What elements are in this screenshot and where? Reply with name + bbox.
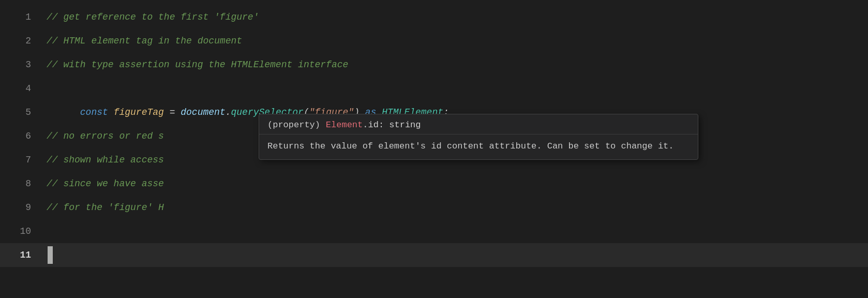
line-number-7: 7 <box>10 148 31 172</box>
line-number-2: 2 <box>10 29 31 53</box>
line-content-8: // since we have asse <box>47 172 858 196</box>
line-content-1: // get reference to the first 'figure' <box>47 5 858 29</box>
code-line-8: 8 // since we have asse <box>0 172 868 196</box>
code-line-11: 11 <box>0 243 868 267</box>
code-line-10: 10 const id = figureTag.id; <box>0 219 868 243</box>
tooltip-body: Returns the value of element's id conten… <box>259 135 698 159</box>
code-line-3: 3 // with type assertion using the HTMLE… <box>0 53 868 77</box>
tooltip-property-type: : string <box>379 120 421 130</box>
code-line-9: 9 // for the 'figure' H <box>0 196 868 219</box>
code-line-4: 4 const figureTag = document.querySelect… <box>0 77 868 100</box>
line-number-11: 11 <box>10 243 31 267</box>
tooltip-header: (property) Element.id: string <box>259 114 698 135</box>
line-number-10: 10 <box>10 219 31 243</box>
code-editor: 1 // get reference to the first 'figure'… <box>0 0 868 298</box>
line-number-5: 5 <box>10 100 31 124</box>
line-number-1: 1 <box>10 5 31 29</box>
line-content-9: // for the 'figure' H <box>47 196 858 219</box>
line-number-3: 3 <box>10 53 31 77</box>
line-number-4: 4 <box>10 77 31 100</box>
tooltip-popup: (property) Element.id: string Returns th… <box>259 114 698 160</box>
tooltip-element-name: Element <box>326 120 363 130</box>
code-line-2: 2 // HTML element tag in the document <box>0 29 868 53</box>
line-number-8: 8 <box>10 172 31 196</box>
line-number-6: 6 <box>10 124 31 148</box>
line-number-9: 9 <box>10 196 31 219</box>
line-content-11 <box>47 243 858 267</box>
tooltip-property-label: (property) <box>267 120 320 130</box>
code-line-1: 1 // get reference to the first 'figure' <box>0 5 868 29</box>
line-content-3: // with type assertion using the HTMLEle… <box>47 53 858 77</box>
line-content-2: // HTML element tag in the document <box>47 29 858 53</box>
